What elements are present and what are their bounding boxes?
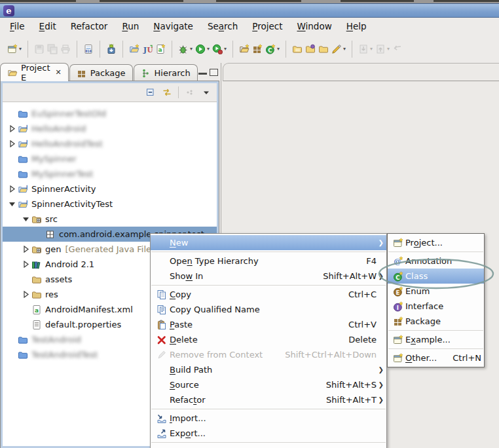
new-wizard-button[interactable]: ▾ [6,42,23,56]
menu-item-open-type-hierarchy[interactable]: Open Type HierarchyF4 [151,253,386,269]
new-android-project-button[interactable]: a [154,42,167,56]
close-tab-icon[interactable]: ✕ [55,68,61,77]
menu-item-enum[interactable]: EEnum [388,284,484,299]
menu-item-package[interactable]: Package [388,314,484,329]
menubar-item-search[interactable]: Search [200,19,245,33]
tree-item-src[interactable]: src [3,212,217,227]
folder-blue-icon [18,154,28,164]
minimize-panel-icon[interactable] [198,73,207,75]
expand-arrow-icon[interactable] [20,291,31,298]
menubar-item-help[interactable]: Help [339,19,374,33]
menu-item-import[interactable]: Import... [151,411,386,426]
debug-button[interactable]: ▾ [177,42,194,56]
menubar-item-edit[interactable]: Edit [32,19,64,33]
tree-item-spinneractivity[interactable]: JSpinnerActivity [3,181,217,196]
menu-item-build-path[interactable]: Build Path❯ [151,362,386,377]
collapse-all-button[interactable] [145,87,156,98]
mnemonic: o [185,428,191,438]
dropdown-arrow-icon[interactable]: ▾ [224,46,227,52]
menu-item-copy[interactable]: CopyCtrl+C [151,287,386,302]
props-file-icon [31,320,42,330]
expand-arrow-icon[interactable] [7,140,17,147]
tree-item-label: SpinnerActivity [31,184,96,194]
collapse-arrow-icon[interactable] [7,200,17,208]
dropdown-arrow-icon[interactable]: ▾ [190,46,193,52]
open-resource-button[interactable] [304,42,317,56]
mnemonic: N [153,21,160,31]
tab-hierarch[interactable]: Hierarch [134,64,198,81]
tree-item-euspinnertestold[interactable]: EuSpinnerTestOld [3,106,217,121]
svg-text:J: J [26,139,28,144]
folder-tan-icon [31,289,43,300]
menubar-item-window[interactable]: Window [289,19,339,33]
menu-item-annotation[interactable]: @Annotation [388,253,484,269]
dropdown-arrow-icon[interactable]: ▾ [277,46,280,52]
menu-item-project[interactable]: Project... [388,235,484,250]
new-source-folder-button[interactable] [238,42,251,56]
dropdown-arrow-icon[interactable]: ▾ [19,46,22,52]
menu-item-interface[interactable]: IInterface [388,299,484,314]
menu-item-example[interactable]: Example... [388,332,484,347]
menu-item-show-in[interactable]: Show InShift+Alt+W❯ [151,269,386,284]
menu-item-export[interactable]: Export... [151,426,386,441]
maximize-panel-icon[interactable] [210,69,218,76]
dropdown-arrow-icon[interactable]: ▾ [207,46,210,52]
src-folder-icon [31,244,43,255]
junit-button[interactable]: JU [141,42,154,56]
tree-item-helloandroidtest[interactable]: JHelloAndroidTest [3,136,217,151]
menu-item-source[interactable]: SourceShift+Alt+S❯ [151,377,386,392]
menu-item-new[interactable]: New❯ [151,235,386,250]
svg-text:I: I [397,304,399,310]
tab-package[interactable]: Package [69,64,133,81]
tree-item-myspinner[interactable]: MySpinner [3,151,217,166]
interface-icon: I [391,301,405,312]
dropdown-arrow-icon[interactable]: ▾ [343,46,346,52]
menubar-item-navigate[interactable]: Navigate [146,19,200,33]
menu-item-copy-qualified-name[interactable]: Copy Qualified Name [151,302,386,317]
open-folder-button[interactable] [317,42,330,56]
tree-item-myspinnertest[interactable]: MySpinnerTest [3,166,217,181]
menubar-item-project[interactable]: Project [245,19,289,33]
new-package-button[interactable] [251,42,264,56]
expand-arrow-icon[interactable] [20,261,31,268]
mnemonic: R [122,21,128,31]
expand-arrow-icon[interactable] [20,246,31,253]
tree-item-helloandroid[interactable]: JHelloAndroid [3,121,217,136]
search-marker-button[interactable]: ▾ [330,42,347,56]
collapse-all-icon [145,87,156,98]
menu-item-refactor[interactable]: RefactorShift+Alt+T❯ [151,392,386,407]
mnemonic: N [170,238,176,248]
menu-item-label: Copy Qualified Name [170,305,260,314]
new-class-button[interactable]: C▾ [264,42,281,56]
android-sdk-button[interactable] [105,42,118,56]
binary-file-button[interactable]: 010 [82,42,95,56]
collapse-arrow-icon[interactable] [20,215,31,223]
menu-item-other[interactable]: Other...Ctrl+N [388,350,484,365]
title-bar[interactable]: e [0,3,499,18]
menubar-item-run[interactable]: Run [115,19,146,33]
dropdown-arrow-button[interactable] [201,87,212,98]
link-editor-button[interactable] [162,87,172,98]
folder-tan-icon [31,274,42,285]
mnemonic: S [170,380,175,390]
class-icon: C [391,271,405,282]
menu-item-paste[interactable]: PasteCtrl+V [151,317,386,332]
menu-item-refresh[interactable]: RefreshF5 [151,444,386,448]
menu-item-delete[interactable]: DeleteDelete [151,332,386,347]
package-tree-icon [45,229,56,240]
tab-project-e[interactable]: Project E✕ [0,63,69,81]
menu-item-label: Import... [170,413,206,423]
open-type-button[interactable] [291,42,304,56]
run-button[interactable]: ▾ [194,42,211,56]
run-external-button[interactable]: ▾ [211,42,228,56]
menubar-item-refactor[interactable]: Refactor [64,19,115,33]
expand-arrow-icon[interactable] [7,125,17,132]
tree-item-spinneractivitytest[interactable]: JSpinnerActivityTest [3,196,217,212]
expand-arrow-icon[interactable] [7,185,17,193]
menubar-item-file[interactable]: File [3,19,32,33]
new-java-project-button[interactable] [128,42,141,56]
mnemonic: x [411,335,416,345]
menu-separator [388,330,483,331]
menu-item-class[interactable]: CClass [388,269,484,284]
props-file-icon [31,320,43,330]
